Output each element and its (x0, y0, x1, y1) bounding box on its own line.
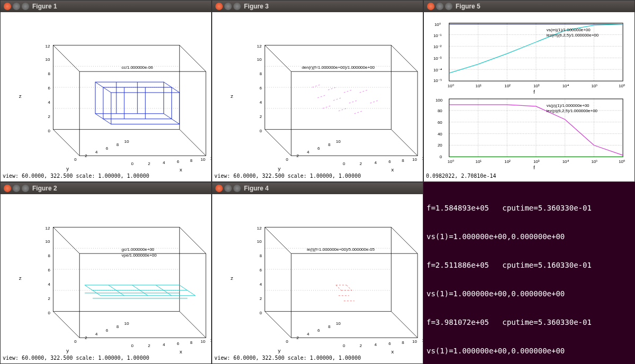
svg-text:0: 0 (48, 311, 51, 315)
maximize-icon[interactable] (22, 3, 29, 10)
svg-text:2: 2 (360, 161, 362, 166)
svg-text:0: 0 (440, 154, 442, 159)
svg-text:2: 2 (296, 153, 299, 158)
svg-text:4: 4 (162, 160, 165, 165)
svg-text:10: 10 (46, 239, 50, 244)
maximize-icon[interactable] (233, 185, 241, 192)
titlebar[interactable]: Figure 1 (1, 1, 211, 12)
plot-area[interactable]: 024681012 024681012 0246810 x y z gc/1.0… (1, 194, 211, 355)
svg-text:z: z (231, 275, 233, 281)
svg-text:12: 12 (422, 338, 423, 343)
svg-line-54 (323, 106, 331, 108)
svg-text:2: 2 (260, 296, 262, 301)
svg-line-44 (265, 130, 292, 156)
svg-line-161 (391, 227, 418, 253)
svg-text:6: 6 (260, 86, 262, 90)
svg-text:10³: 10³ (533, 84, 540, 88)
close-icon[interactable] (215, 3, 223, 10)
svg-text:6: 6 (388, 341, 391, 346)
plot-area[interactable]: 024681012 024681012 0246810 x y z den(r)… (212, 12, 423, 173)
plot-area[interactable]: 024681012 024681012 0246810 x y z ie(i)(… (212, 194, 423, 355)
svg-text:8: 8 (402, 158, 404, 163)
svg-line-0 (53, 45, 80, 71)
legend-label: cc/1.000000e-06 (122, 65, 153, 70)
svg-text:x: x (391, 349, 394, 354)
svg-text:10⁻¹: 10⁻¹ (433, 33, 442, 38)
svg-text:0: 0 (260, 129, 262, 133)
svg-line-132 (179, 312, 206, 338)
figure-5-window[interactable]: Figure 5 10⁰10⁻¹10⁻²10⁻³10⁻⁴10⁻⁵ 10⁰10¹1… (423, 0, 635, 182)
svg-text:100: 100 (436, 98, 443, 103)
window-title: Figure 5 (456, 3, 480, 10)
legend-label: vs(p)(1)/1.000000e+00 (547, 103, 589, 108)
maximize-icon[interactable] (445, 3, 452, 10)
minimize-icon[interactable] (224, 3, 232, 10)
svg-text:2: 2 (85, 153, 87, 158)
legend-label: vs(m)(1)/1.000000e+00 (547, 28, 591, 32)
svg-text:10: 10 (201, 339, 205, 344)
close-icon[interactable] (215, 185, 223, 192)
svg-text:8: 8 (260, 253, 262, 258)
svg-text:f: f (533, 89, 535, 95)
svg-text:8: 8 (48, 71, 51, 76)
svg-text:10²: 10² (504, 84, 511, 88)
status-bar: view: 60.0000, 322.500 scale: 1.00000, 1… (212, 355, 423, 363)
svg-text:10: 10 (257, 57, 262, 62)
minimize-icon[interactable] (13, 185, 20, 192)
window-title: Figure 4 (244, 185, 269, 192)
svg-text:2: 2 (260, 114, 262, 119)
svg-line-2 (179, 130, 206, 156)
close-icon[interactable] (4, 3, 11, 10)
svg-text:60: 60 (438, 120, 442, 125)
svg-line-57 (360, 90, 368, 93)
svg-text:y: y (66, 166, 69, 171)
terminal-line: f=3.981072e+05 cputime=5.360330e-01 (427, 317, 632, 327)
svg-text:6: 6 (260, 268, 262, 272)
svg-line-133 (53, 312, 80, 338)
titlebar[interactable]: Figure 2 (1, 183, 211, 194)
svg-text:0: 0 (286, 157, 288, 162)
svg-text:10⁰: 10⁰ (434, 22, 441, 27)
svg-text:0: 0 (286, 339, 288, 344)
figure-2-window[interactable]: Figure 2 024681012 024681012 (0, 182, 212, 364)
svg-text:4: 4 (374, 160, 377, 165)
close-icon[interactable] (4, 185, 11, 192)
svg-text:0: 0 (48, 129, 51, 133)
maximize-icon[interactable] (233, 3, 241, 10)
plot-area[interactable]: 02 46 81012 02 46 81012 02 46 810 x y z … (1, 12, 211, 173)
figure-1-window[interactable]: Figure 1 (0, 0, 212, 182)
svg-text:10⁻⁴: 10⁻⁴ (433, 68, 442, 72)
svg-text:6: 6 (177, 341, 179, 346)
svg-text:x: x (179, 167, 182, 172)
svg-text:6: 6 (106, 146, 108, 151)
svg-text:4: 4 (95, 150, 98, 154)
minimize-icon[interactable] (224, 185, 232, 192)
figure-4-window[interactable]: Figure 4 024681012 024681012 (212, 182, 423, 364)
status-bar: 0.0982022, 2.70810e-14 (424, 173, 634, 181)
titlebar[interactable]: Figure 3 (212, 1, 423, 12)
maximize-icon[interactable] (22, 185, 29, 192)
legend-label: ie(i)(f=1.000000e+00)/5.000000e-05 (307, 247, 375, 252)
svg-line-131 (179, 227, 206, 253)
titlebar[interactable]: Figure 5 (424, 1, 634, 12)
svg-line-170 (347, 285, 352, 290)
svg-text:8: 8 (328, 324, 331, 329)
terminal-line: vs(1)=1.000000e+00,0.000000e+00 (427, 289, 632, 298)
svg-text:10³: 10³ (533, 159, 540, 164)
plot-area[interactable]: 10⁰10⁻¹10⁻²10⁻³10⁻⁴10⁻⁵ 10⁰10¹10²10³10⁴1… (424, 12, 634, 173)
close-icon[interactable] (427, 3, 434, 10)
figure-3-window[interactable]: Figure 3 024681012 024681 (212, 0, 423, 182)
svg-text:2: 2 (148, 343, 151, 348)
legend-label: vpe/1.000000e+00 (122, 253, 157, 258)
minimize-icon[interactable] (13, 3, 20, 10)
minimize-icon[interactable] (436, 3, 443, 10)
svg-text:0: 0 (131, 343, 134, 348)
titlebar[interactable]: Figure 4 (212, 183, 423, 194)
svg-text:10⁵: 10⁵ (591, 159, 597, 164)
terminal-line: f=1.584893e+05 cputime=5.360330e-01 (427, 203, 632, 213)
terminal[interactable]: f=1.584893e+05 cputime=5.360330e-01 vs(1… (423, 182, 635, 364)
svg-text:6: 6 (106, 328, 108, 333)
svg-text:2: 2 (360, 343, 362, 348)
svg-text:8: 8 (48, 253, 51, 258)
terminal-line: vs(1)=1.000000e+00,0.000000e+00 (427, 232, 632, 241)
